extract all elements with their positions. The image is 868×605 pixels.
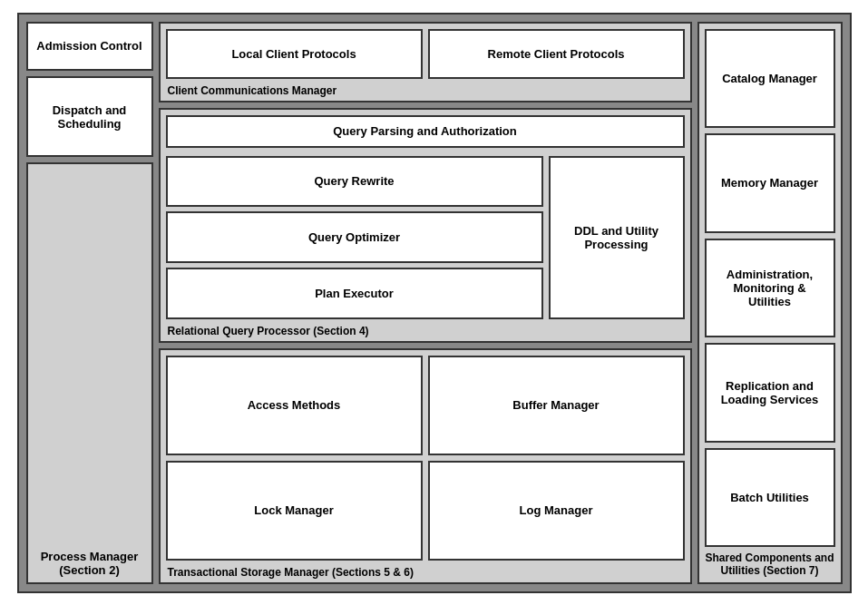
rqp-bottom-row: Query Rewrite Query Optimizer Plan Execu… [166,156,685,320]
replication-box: Replication and Loading Services [705,343,835,443]
memory-manager-label: Memory Manager [721,176,818,190]
query-optimizer-box: Query Optimizer [166,211,543,263]
log-manager-box: Log Manager [428,461,685,561]
batch-utilities-label: Batch Utilities [730,491,809,504]
local-protocols-label: Local Client Protocols [231,47,356,61]
plan-executor-box: Plan Executor [166,268,543,319]
access-methods-box: Access Methods [166,356,423,455]
buffer-manager-label: Buffer Manager [512,398,599,412]
catalog-manager-label: Catalog Manager [722,72,817,85]
log-manager-label: Log Manager [520,503,593,517]
query-rewrite-box: Query Rewrite [166,156,543,208]
rqp-label: Relational Query Processor (Section 4) [166,323,685,339]
process-manager-inner [34,170,146,542]
rqp-section: Query Parsing and Authorization Query Re… [159,108,692,344]
architecture-diagram: Admission Control Dispatch and Schedulin… [17,13,852,593]
remote-protocols-box: Remote Client Protocols [428,29,685,79]
middle-column: Local Client Protocols Remote Client Pro… [159,22,692,584]
batch-utilities-box: Batch Utilities [705,448,835,548]
shared-components-label: Shared Components and Utilities (Section… [705,548,835,577]
rqp-left-col: Query Rewrite Query Optimizer Plan Execu… [166,156,543,320]
client-comm-label: Client Communications Manager [166,83,685,99]
buffer-manager-box: Buffer Manager [428,356,685,455]
access-methods-label: Access Methods [248,398,341,412]
process-manager-section: Process Manager (Section 2) [26,162,153,584]
process-manager-label: Process Manager (Section 2) [34,546,146,577]
ddl-label: DDL and Utility Processing [558,224,676,251]
rqp-right-col: DDL and Utility Processing [549,156,685,320]
plan-executor-label: Plan Executor [315,287,394,300]
tsm-label: Transactional Storage Manager (Sections … [166,564,685,581]
admission-control-box: Admission Control [26,22,153,72]
dispatch-scheduling-label: Dispatch and Scheduling [35,103,144,131]
local-protocols-box: Local Client Protocols [166,29,423,79]
admission-control-label: Admission Control [36,39,141,53]
left-column: Admission Control Dispatch and Schedulin… [26,22,153,584]
admin-monitoring-label: Administration, Monitoring & Utilities [714,268,826,308]
query-parsing-box: Query Parsing and Authorization [166,115,685,148]
memory-manager-box: Memory Manager [705,133,835,233]
client-communications-section: Local Client Protocols Remote Client Pro… [159,22,692,102]
lock-manager-box: Lock Manager [166,461,423,561]
catalog-manager-box: Catalog Manager [705,29,835,129]
admin-monitoring-box: Administration, Monitoring & Utilities [705,239,835,338]
lock-manager-label: Lock Manager [254,503,333,517]
tsm-grid: Access Methods Buffer Manager Lock Manag… [166,356,685,561]
remote-protocols-label: Remote Client Protocols [488,47,625,61]
dispatch-scheduling-box: Dispatch and Scheduling [26,76,153,157]
client-comm-inner: Local Client Protocols Remote Client Pro… [166,29,685,79]
query-parsing-label: Query Parsing and Authorization [333,124,516,138]
tsm-section: Access Methods Buffer Manager Lock Manag… [159,348,692,584]
replication-label: Replication and Loading Services [714,379,826,406]
left-top-section: Admission Control Dispatch and Schedulin… [26,22,153,158]
ddl-box: DDL and Utility Processing [549,156,685,320]
query-optimizer-label: Query Optimizer [308,230,400,244]
right-column: Catalog Manager Memory Manager Administr… [697,22,843,584]
query-parsing-wrapper: Query Parsing and Authorization [166,115,685,148]
right-boxes: Catalog Manager Memory Manager Administr… [705,29,835,548]
query-rewrite-label: Query Rewrite [314,174,394,188]
